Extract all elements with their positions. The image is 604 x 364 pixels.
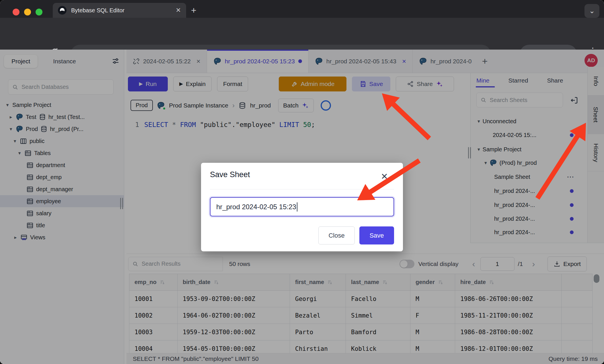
close-window-button[interactable] [13,9,20,15]
save-sheet-dialog: Save Sheet ✕ hr_prod 2024-02-05 15:23 Cl… [201,163,403,251]
maximize-window-button[interactable] [36,9,42,15]
browser-chrome: Bytebase SQL Editor ✕ + ⌄ ← → localhost:… [0,0,604,50]
sheet-name-input[interactable]: hr_prod 2024-02-05 15:23 [210,197,394,216]
tab-search-chevron-button[interactable]: ⌄ [584,4,599,18]
browser-tab[interactable]: Bytebase SQL Editor ✕ [53,3,186,18]
close-button[interactable]: Close [318,226,355,244]
browser-toolbar: ← → localhost:8080/sql-editor/prod-sampl… [0,18,604,50]
save-confirm-button[interactable]: Save [359,226,394,244]
dialog-title: Save Sheet [210,170,250,179]
dialog-divider [210,189,394,189]
minimize-window-button[interactable] [24,9,31,15]
browser-tab-title: Bytebase SQL Editor [71,7,124,14]
new-tab-button[interactable]: + [191,6,196,15]
close-tab-icon[interactable]: ✕ [176,7,181,14]
bytebase-favicon-icon [58,6,67,15]
browser-window: Bytebase SQL Editor ✕ + ⌄ ← → localhost:… [0,0,604,364]
close-dialog-icon[interactable]: ✕ [381,171,388,181]
text-cursor [297,202,297,212]
